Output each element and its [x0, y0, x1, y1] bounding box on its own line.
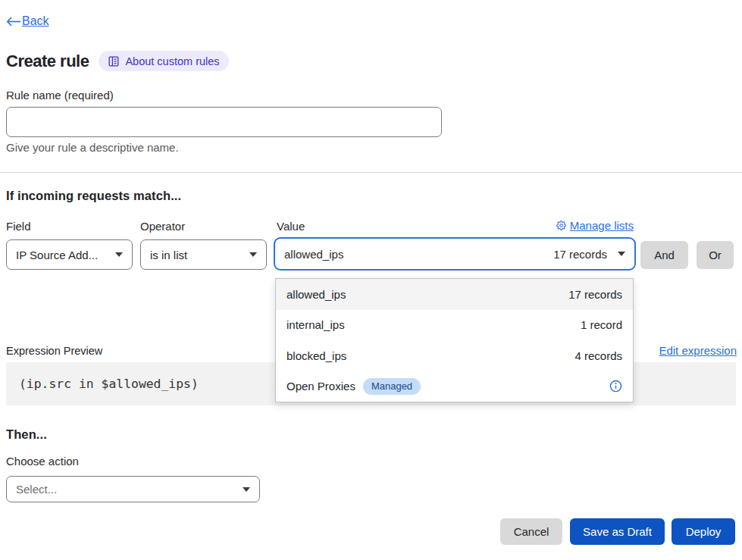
- value-select-name: allowed_ips: [284, 248, 343, 261]
- chevron-down-icon: [115, 252, 123, 257]
- section-divider: [0, 172, 742, 173]
- list-item-blocked-ips[interactable]: blocked_ips 4 records: [276, 340, 633, 371]
- list-item-count: 17 records: [568, 288, 622, 301]
- list-item-name: blocked_ips: [286, 349, 346, 362]
- about-custom-rules-badge[interactable]: About custom rules: [99, 51, 228, 71]
- action-select[interactable]: Select...: [6, 476, 260, 502]
- back-label: Back: [22, 14, 49, 28]
- about-badge-label: About custom rules: [125, 55, 219, 67]
- match-heading: If incoming requests match...: [6, 189, 181, 203]
- field-label: Field: [6, 220, 31, 233]
- gear-icon: [556, 221, 566, 230]
- expression-preview-label: Expression Preview: [6, 345, 102, 357]
- value-select-count: 17 records: [553, 248, 607, 261]
- edit-expression-link[interactable]: Edit expression: [659, 344, 737, 357]
- list-item-count: 1 record: [581, 318, 622, 331]
- page-title: Create rule: [6, 52, 89, 71]
- rule-name-input[interactable]: [6, 107, 442, 137]
- managed-badge: Managed: [363, 378, 421, 395]
- rule-name-help: Give your rule a descriptive name.: [6, 141, 179, 154]
- list-item-name: allowed_ips: [286, 288, 346, 301]
- expression-code: (ip.src in $allowed_ips): [19, 377, 199, 391]
- operator-select[interactable]: is in list: [140, 239, 267, 270]
- book-icon: [108, 55, 120, 67]
- back-link[interactable]: Back: [6, 14, 49, 28]
- field-select[interactable]: IP Source Add...: [6, 239, 133, 270]
- action-select-placeholder: Select...: [16, 483, 57, 496]
- rule-name-label: Rule name (required): [6, 89, 114, 102]
- and-button[interactable]: And: [640, 241, 688, 269]
- back-arrow-icon: [6, 17, 20, 27]
- value-select[interactable]: allowed_ips 17 records: [274, 237, 636, 271]
- chevron-down-icon: [249, 252, 257, 257]
- title-row: Create rule About custom rules: [6, 51, 229, 71]
- value-label: Value: [277, 220, 305, 233]
- list-item-count: 4 records: [575, 349, 622, 362]
- list-dropdown: allowed_ips 17 records internal_ips 1 re…: [275, 278, 634, 402]
- list-item-open-proxies[interactable]: Open Proxies Managed: [276, 371, 633, 402]
- then-heading: Then...: [6, 427, 47, 442]
- or-button[interactable]: Or: [697, 241, 734, 269]
- operator-label: Operator: [140, 220, 185, 233]
- cancel-button[interactable]: Cancel: [500, 518, 562, 545]
- chevron-down-icon: [243, 487, 250, 492]
- field-select-value: IP Source Add...: [16, 249, 98, 261]
- deploy-button[interactable]: Deploy: [672, 518, 735, 545]
- list-item-allowed-ips[interactable]: allowed_ips 17 records: [276, 279, 633, 310]
- info-icon[interactable]: [609, 380, 622, 393]
- manage-lists-link[interactable]: Manage lists: [556, 219, 634, 232]
- create-rule-page: Back Create rule About custom rules Rule…: [0, 0, 742, 560]
- operator-select-value: is in list: [150, 249, 187, 261]
- chevron-down-icon: [618, 252, 625, 256]
- manage-lists-label: Manage lists: [570, 219, 634, 232]
- list-item-internal-ips[interactable]: internal_ips 1 record: [276, 310, 633, 341]
- list-item-name: Open Proxies: [286, 380, 355, 393]
- list-item-name: internal_ips: [286, 318, 345, 331]
- choose-action-label: Choose action: [6, 455, 79, 468]
- save-as-draft-button[interactable]: Save as Draft: [570, 518, 665, 545]
